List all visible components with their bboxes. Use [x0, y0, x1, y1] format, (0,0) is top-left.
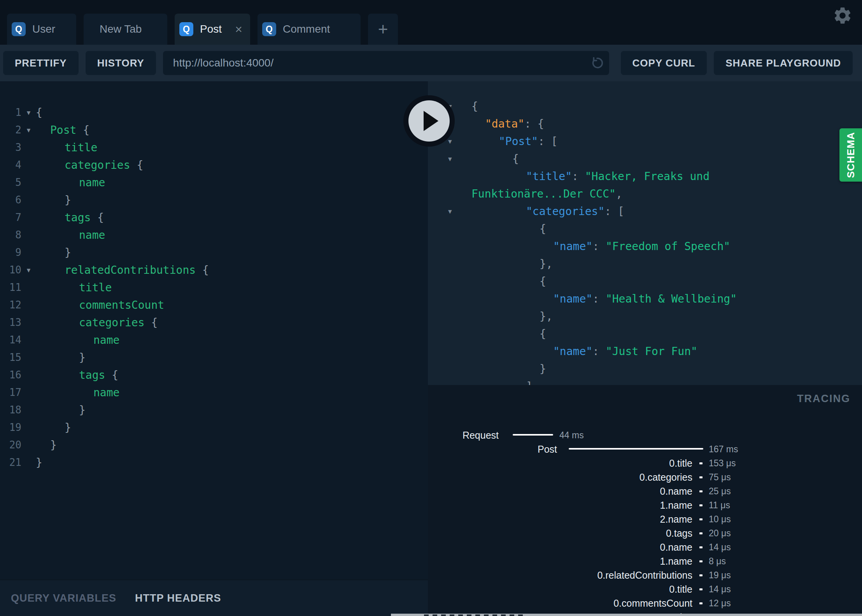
share-playground-button[interactable]: SHARE PLAYGROUND — [714, 51, 853, 75]
trace-row: 0.title14 μs — [428, 582, 862, 596]
line-number: 6 — [0, 191, 21, 209]
fold-arrow-icon[interactable]: ▾ — [21, 121, 36, 139]
response-line: "name": "Just For Fun" — [428, 343, 862, 360]
fold-spacer — [21, 226, 36, 244]
line-number: 18 — [0, 401, 21, 419]
tab-label: Post — [200, 23, 222, 35]
query-variables-tab[interactable]: QUERY VARIABLES — [11, 592, 116, 604]
code-line: 15} — [0, 349, 428, 366]
fold-arrow-icon[interactable]: ▾ — [448, 203, 452, 220]
trace-label: 0.commentsCount — [613, 596, 692, 610]
response-line: "name": "Freedom of Speech" — [428, 238, 862, 255]
trace-duration-dot — [699, 602, 703, 604]
line-number: 8 — [0, 226, 21, 244]
tab-label: User — [32, 23, 55, 35]
trace-duration-value: 153 μs — [709, 456, 736, 470]
response-line: ▾"Post": [ — [428, 133, 862, 150]
query-editor[interactable]: 1▾{2▾Post {3title4categories {5name6}7ta… — [0, 81, 428, 616]
line-number: 19 — [0, 419, 21, 436]
reload-icon — [590, 56, 604, 70]
trace-duration-value: 8 μs — [709, 554, 726, 568]
response-line: { — [428, 220, 862, 238]
prettify-button[interactable]: PRETTIFY — [3, 51, 79, 75]
tab-user[interactable]: Q User — [7, 14, 76, 45]
code-text: tags { — [36, 366, 118, 384]
schema-tab[interactable]: SCHEMA — [839, 128, 862, 182]
line-number: 15 — [0, 349, 21, 366]
new-tab-button[interactable]: + — [368, 14, 398, 45]
execute-button-circle — [408, 100, 450, 142]
trace-duration-dot — [699, 560, 703, 562]
code-text: title — [36, 139, 97, 156]
fold-spacer — [21, 209, 36, 226]
trace-label: 2.name — [660, 512, 692, 526]
response-text: "title": "Hacker, Freaks und — [428, 168, 862, 185]
response-text: }, — [428, 255, 862, 273]
line-number: 21 — [0, 454, 21, 471]
execute-button[interactable] — [403, 95, 455, 147]
code-line: 3title — [0, 139, 428, 156]
line-number: 9 — [0, 244, 21, 261]
code-line: 6} — [0, 191, 428, 209]
trace-label: 1.name — [660, 554, 692, 568]
plus-icon: + — [378, 19, 388, 39]
code-line: 20} — [0, 436, 428, 454]
response-lines: ▾{▾"data": {▾"Post": [▾{"title": "Hacker… — [428, 81, 862, 385]
code-text: tags { — [36, 209, 104, 226]
response-line: }, — [428, 255, 862, 273]
history-button[interactable]: HISTORY — [86, 51, 156, 75]
fold-spacer — [21, 156, 36, 174]
line-number: 7 — [0, 209, 21, 226]
code-line: 11title — [0, 279, 428, 296]
response-text: "categories": [ — [428, 203, 862, 220]
code-text: name — [36, 174, 105, 191]
tab-comment[interactable]: Q Comment — [258, 14, 361, 45]
fold-spacer — [21, 174, 36, 191]
code-text: } — [36, 191, 71, 209]
gear-icon — [832, 5, 853, 26]
code-line: 10▾relatedContributions { — [0, 261, 428, 279]
code-text: categories { — [36, 156, 143, 174]
trace-label: 0.name — [660, 540, 692, 554]
fold-spacer — [21, 244, 36, 261]
trace-label: 0.name — [660, 484, 692, 498]
endpoint-url-input[interactable] — [163, 51, 609, 75]
http-headers-tab[interactable]: HTTP HEADERS — [135, 592, 221, 604]
response-line: ▾{ — [428, 150, 862, 168]
code-line: 8name — [0, 226, 428, 244]
code-line: 18} — [0, 401, 428, 419]
trace-row: 1.name8 μs — [428, 554, 862, 568]
fold-spacer — [21, 384, 36, 401]
fold-arrow-icon[interactable]: ▾ — [21, 261, 36, 279]
response-line: }, — [428, 308, 862, 325]
tab-post[interactable]: Q Post × — [175, 14, 250, 45]
code-line: 19} — [0, 419, 428, 436]
tab-bar: Q User New Tab Q Post × Q Comment + — [0, 0, 862, 45]
horizontal-scrollbar[interactable] — [391, 614, 862, 616]
fold-arrow-icon[interactable]: ▾ — [21, 104, 36, 121]
close-tab-icon[interactable]: × — [230, 23, 242, 35]
response-line: ▾"data": { — [428, 115, 862, 133]
tracing-panel[interactable]: TRACING Request44 msPost167 ms0.title153… — [428, 385, 862, 616]
tab-label: New Tab — [100, 23, 142, 35]
code-line: 9} — [0, 244, 428, 261]
fold-arrow-icon[interactable]: ▾ — [448, 150, 452, 168]
response-viewer[interactable]: ▾{▾"data": {▾"Post": [▾{"title": "Hacker… — [428, 81, 862, 385]
settings-button[interactable] — [832, 5, 853, 26]
trace-label: Request — [463, 428, 499, 442]
code-line: 4categories { — [0, 156, 428, 174]
fold-spacer — [21, 139, 36, 156]
trace-row: 0.relatedContributions19 μs — [428, 568, 862, 582]
trace-label: 0.relatedContributions — [597, 568, 692, 582]
reload-endpoint-button[interactable] — [590, 56, 604, 70]
code-text: } — [36, 244, 71, 261]
copy-curl-button[interactable]: COPY CURL — [621, 51, 707, 75]
line-number: 14 — [0, 331, 21, 349]
code-text: } — [36, 349, 86, 366]
code-text: { — [36, 104, 42, 121]
editor-footer: QUERY VARIABLES HTTP HEADERS — [0, 579, 428, 616]
code-text: } — [36, 401, 86, 419]
response-text: "name": "Just For Fun" — [428, 343, 862, 360]
tab-new-tab[interactable]: New Tab — [84, 14, 167, 45]
tabs: Q User New Tab Q Post × Q Comment + — [7, 14, 398, 45]
